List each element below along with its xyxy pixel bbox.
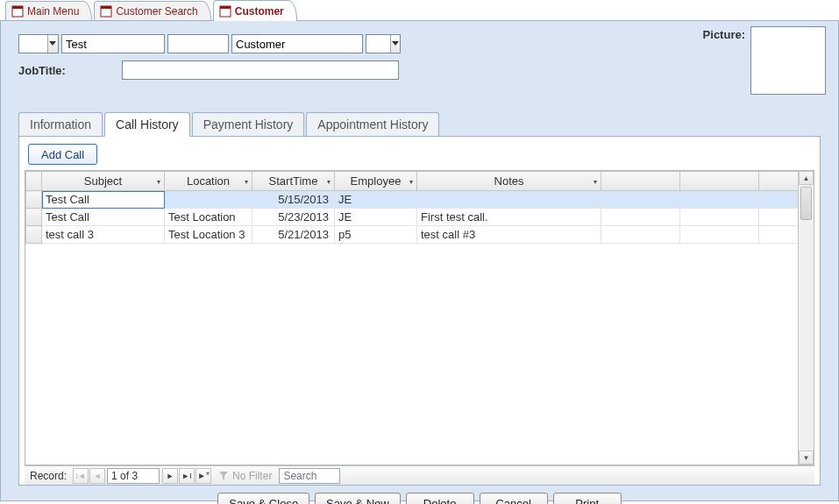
form-footer-buttons: Save & Close Save & New Delete Cancel Pr…: [18, 493, 821, 504]
table-row[interactable]: Test CallTest Location5/23/2013JEFirst t…: [26, 209, 814, 226]
call-history-panel: Add Call Subj: [18, 137, 821, 486]
first-name-field[interactable]: [61, 34, 165, 53]
cell-starttime[interactable]: 5/15/2013: [252, 191, 335, 209]
cell-starttime[interactable]: 5/21/2013: [252, 226, 335, 244]
chevron-down-icon[interactable]: ▾: [157, 177, 160, 185]
table-row[interactable]: Test Call5/15/2013JE: [26, 191, 814, 209]
prefix-combo[interactable]: [18, 34, 59, 53]
cancel-button[interactable]: Cancel: [480, 493, 548, 504]
nav-first-button[interactable]: I◄: [73, 468, 89, 484]
col-starttime[interactable]: StartTime▾: [252, 172, 335, 191]
cell-employee[interactable]: JE: [335, 209, 417, 226]
svg-rect-1: [12, 6, 23, 9]
cell-employee[interactable]: JE: [335, 191, 417, 209]
scroll-up-icon[interactable]: ▲: [799, 171, 814, 185]
suffix-combo[interactable]: [366, 34, 401, 53]
cell-starttime[interactable]: 5/23/2013: [252, 209, 335, 226]
tab-payment-history[interactable]: Payment History: [192, 112, 305, 136]
dropdown-icon[interactable]: [47, 35, 58, 53]
picture-box[interactable]: [750, 26, 826, 95]
chevron-down-icon[interactable]: ▾: [245, 177, 248, 185]
chevron-down-icon[interactable]: ▾: [327, 177, 331, 185]
col-extra[interactable]: [680, 172, 759, 191]
cell-notes[interactable]: [417, 191, 601, 209]
jobtitle-field[interactable]: [122, 60, 399, 80]
cell-employee[interactable]: p5: [335, 226, 417, 244]
picture-block: Picture:: [703, 26, 826, 95]
table-row[interactable]: test call 3Test Location 35/21/2013p5tes…: [26, 226, 814, 244]
cell-extra[interactable]: [680, 226, 759, 244]
middle-name-input[interactable]: [168, 35, 228, 53]
suffix-input[interactable]: [366, 35, 390, 53]
jobtitle-input[interactable]: [123, 61, 398, 79]
middle-name-field[interactable]: [167, 34, 229, 53]
row-selector[interactable]: [26, 226, 42, 244]
cell-subject[interactable]: Test Call: [42, 191, 165, 209]
dropdown-icon[interactable]: [390, 35, 400, 53]
record-label: Record:: [25, 470, 72, 482]
col-subject[interactable]: Subject▾: [42, 172, 165, 191]
document-tabs: Main Menu Customer Search Customer: [0, 0, 839, 21]
select-all-selector[interactable]: [26, 172, 42, 191]
form-icon: [100, 5, 112, 18]
save-close-button[interactable]: Save & Close: [217, 493, 309, 504]
cell-extra[interactable]: [680, 209, 759, 226]
nav-new-button[interactable]: ►*: [196, 468, 211, 484]
picture-label: Picture:: [703, 26, 745, 41]
col-extra[interactable]: [601, 172, 680, 191]
cell-subject[interactable]: test call 3: [42, 226, 165, 244]
doc-tab-label: Customer Search: [116, 5, 197, 18]
tab-information[interactable]: Information: [18, 112, 103, 136]
filter-indicator[interactable]: No Filter: [211, 470, 279, 482]
last-name-input[interactable]: [232, 35, 362, 53]
nav-last-button[interactable]: ►I: [179, 468, 195, 484]
record-search-input[interactable]: [279, 468, 340, 484]
nav-next-button[interactable]: ►: [162, 468, 178, 484]
record-nav: Record: I◄ ◄ 1 of 3 ► ►I ►* No Filter: [25, 465, 814, 485]
first-name-input[interactable]: [62, 35, 164, 53]
row-selector[interactable]: [26, 209, 42, 226]
cell-location[interactable]: Test Location 3: [165, 226, 252, 244]
doc-tab-label: Main Menu: [27, 5, 79, 18]
svg-marker-7: [392, 41, 399, 46]
nav-prev-button[interactable]: ◄: [89, 468, 105, 484]
cell-extra[interactable]: [601, 226, 680, 244]
cell-extra[interactable]: [680, 191, 759, 209]
cell-location[interactable]: Test Location: [165, 209, 252, 226]
tab-appointment-history[interactable]: Appointment History: [306, 112, 439, 136]
scroll-thumb[interactable]: [800, 187, 812, 220]
delete-button[interactable]: Delete: [406, 493, 474, 504]
doc-tab-customer[interactable]: Customer: [213, 0, 297, 21]
tab-call-history[interactable]: Call History: [104, 112, 190, 137]
save-new-button[interactable]: Save & New: [315, 493, 401, 504]
doc-tab-customer-search[interactable]: Customer Search: [94, 1, 210, 20]
jobtitle-row: JobTitle:: [18, 60, 821, 81]
cell-notes[interactable]: First test call.: [417, 209, 601, 226]
col-location[interactable]: Location▾: [165, 172, 252, 191]
form-icon: [219, 5, 231, 18]
jobtitle-label: JobTitle:: [18, 64, 66, 77]
chevron-down-icon[interactable]: ▾: [409, 177, 413, 185]
last-name-field[interactable]: [231, 34, 363, 53]
chevron-down-icon[interactable]: ▾: [594, 177, 597, 185]
svg-marker-8: [219, 472, 228, 480]
col-notes[interactable]: Notes▾: [417, 172, 601, 191]
col-employee[interactable]: Employee▾: [335, 172, 417, 191]
row-selector[interactable]: [26, 191, 42, 209]
svg-rect-3: [101, 6, 111, 9]
datasheet: Subject▾ Location▾ StartTime▾ Employee▾ …: [25, 170, 814, 465]
cell-notes[interactable]: test call #3: [417, 226, 601, 244]
record-position[interactable]: 1 of 3: [107, 468, 160, 484]
vertical-scrollbar[interactable]: ▲ ▼: [798, 171, 814, 465]
form-icon: [11, 5, 24, 18]
doc-tab-main-menu[interactable]: Main Menu: [5, 1, 92, 20]
prefix-input[interactable]: [19, 35, 47, 53]
scroll-down-icon[interactable]: ▼: [799, 451, 814, 465]
print-button[interactable]: Print: [553, 493, 622, 504]
cell-subject[interactable]: Test Call: [42, 209, 165, 226]
add-call-button[interactable]: Add Call: [28, 144, 97, 165]
cell-extra[interactable]: [601, 209, 680, 226]
cell-location[interactable]: [165, 191, 252, 209]
cell-extra[interactable]: [601, 191, 680, 209]
funnel-icon: [218, 471, 229, 481]
